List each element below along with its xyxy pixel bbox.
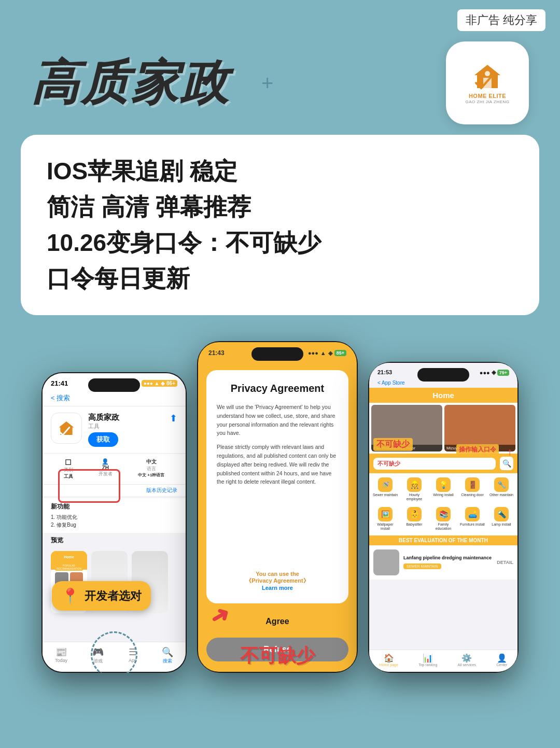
p3-services-grid: 🚿 Sewer maintain 👷 Hourly employee 💡 Wir… [369, 473, 517, 535]
p1-preview-label: 预览 [43, 533, 186, 548]
p3-ranking-icon: 📊 [418, 653, 437, 663]
plus-decoration: + [261, 72, 273, 95]
p1-highlight-box [58, 469, 120, 503]
info-line-1: IOS苹果追剧 稳定 [47, 153, 513, 189]
phone1-frame: 21:41 ●●●▲◈●●● ▲ ◈ 86+ < 搜索 高质家政 [41, 372, 187, 673]
p3-sewer-icon: 🚿 [378, 477, 393, 492]
p3-lamp-icon: 🔦 [494, 507, 509, 521]
p1-time: 21:41 [51, 379, 68, 387]
p3-eval-thumb [373, 549, 399, 575]
p3-all-services-icon: ⚙️ [458, 653, 476, 663]
app-title: 高质家政 [31, 51, 230, 115]
info-box: IOS苹果追剧 稳定 简洁 高清 弹幕推荐 10.26变身口令：不可缺少 口令每… [21, 135, 539, 315]
p2-time: 21:43 [208, 349, 225, 357]
p2-privacy-text: We will use the 'Privacy Agreement' to h… [217, 403, 338, 562]
p3-status-icons: ●●●◈ 79+ [480, 369, 509, 376]
p3-wiring-icon: 💡 [436, 477, 451, 492]
p3-eval-item: Lanfang pipeline dredging maintenance SE… [369, 545, 517, 580]
p1-developer-badge: 📍 开发者选对 [52, 581, 151, 611]
p3-service-babysitter[interactable]: 👶 Babysitter [400, 505, 428, 533]
info-line-3: 10.26变身口令：不可缺少 [47, 225, 513, 261]
p1-status-bar: 21:41 ●●●▲◈●●● ▲ ◈ 86+ [43, 373, 186, 390]
app-icon-subname: GAO ZHI JIA ZHENG [466, 100, 510, 104]
phone3-frame: 21:53 ●●●◈ 79+ < App Store Home Pao Prof… [368, 362, 519, 673]
p1-app-icon [51, 413, 82, 444]
p1-lang-label: 语言 [138, 465, 164, 472]
p1-status-icons: ●●●▲◈●●● ▲ ◈ 86+ [115, 380, 177, 387]
p3-wallpaper-icon: 🖼️ [378, 507, 393, 521]
p3-family-ed-icon: 📚 [436, 507, 451, 521]
p1-back-btn[interactable]: < 搜索 [51, 393, 70, 403]
app-icon-container: HOME ELITE GAO ZHI JIA ZHENG [446, 41, 529, 124]
svg-point-2 [485, 71, 490, 76]
p1-nav-today[interactable]: 📰 Today [55, 646, 67, 665]
p3-time: 21:53 [377, 369, 392, 376]
header-section: 高质家政 + HOME ELITE GAO ZHI JIA ZHENG [0, 36, 560, 135]
p2-status-icons: ●●●▲◈ 85+ [308, 349, 346, 357]
p1-today-icon: 📰 [55, 646, 67, 658]
p2-privacy-link: You can use the 《Privacy Agreement》 Lear… [217, 571, 338, 591]
p3-service-hourly[interactable]: 👷 Hourly employee [400, 475, 428, 504]
top-label: 非广告 纯分享 [457, 9, 545, 31]
p3-nav-home[interactable]: 🏠 Home page [380, 653, 398, 667]
top-bar: 非广告 纯分享 [0, 0, 560, 36]
p1-share-icon[interactable]: ⬆ [170, 413, 177, 424]
p3-eval-detail: Lanfang pipeline dredging maintenance SE… [403, 555, 493, 570]
p1-battery: ●●● ▲ ◈ 86+ [142, 380, 177, 387]
p3-detail-btn[interactable]: DETAIL [497, 560, 513, 565]
p3-hourly-icon: 👷 [407, 477, 422, 492]
p3-appstore-link[interactable]: < App Store [369, 378, 517, 388]
p3-service-family-ed[interactable]: 📚 Family education [429, 505, 457, 533]
p1-nav-apps[interactable]: ☰ App [129, 646, 137, 665]
p3-status-bar: 21:53 ●●●◈ 79+ [369, 363, 517, 378]
p1-bottom-nav: 📰 Today 🎮 游戏 ☰ App 🔍 搜索 [43, 642, 186, 672]
p1-nav-games[interactable]: 🎮 游戏 [92, 646, 104, 665]
p3-home-page-icon: 🏠 [380, 653, 398, 663]
p3-babysitter-icon: 👶 [407, 507, 422, 521]
p3-service-other[interactable]: 🔧 Other maintain [487, 475, 515, 504]
p2-content: Privacy Agreement We will use the 'Priva… [198, 360, 357, 603]
p3-nav-all-services[interactable]: ⚙️ All services [458, 653, 476, 667]
p1-nav-search[interactable]: 🔍 搜索 [162, 646, 173, 665]
p3-cleaning-icon: 🚪 [465, 477, 480, 492]
phone2-frame: 21:43 ●●●▲◈ 85+ Privacy Agreement We wil… [197, 341, 358, 673]
info-line-4: 口令每日更新 [47, 261, 513, 297]
p1-app-info: 高质家政 工具 获取 ⬆ [43, 406, 186, 453]
p3-service-cleaning[interactable]: 🚪 Cleaning door [458, 475, 486, 504]
info-line-2: 简洁 高清 弹幕推荐 [47, 189, 513, 225]
p3-service-wiring[interactable]: 💡 Wiring install [429, 475, 457, 504]
p1-get-button[interactable]: 获取 [88, 432, 118, 447]
p1-app-name: 高质家政 [88, 413, 163, 422]
p2-bottom-annotation: 不可缺少 [240, 643, 315, 669]
p2-privacy-title: Privacy Agreement [217, 383, 338, 394]
p3-home-title: Home [369, 388, 517, 403]
p3-search-area: 不可缺少 🔍 操作输入口令 [369, 454, 517, 473]
p1-games-icon: 🎮 [92, 646, 104, 658]
phone1-screen: 21:41 ●●●▲◈●●● ▲ ◈ 86+ < 搜索 高质家政 [43, 373, 186, 672]
p3-service-wallpaper[interactable]: 🖼️ Wallpaper install [371, 505, 399, 533]
p3-service-lamp[interactable]: 🔦 Lamp install [487, 505, 515, 533]
p2-status-bar: 21:43 ●●●▲◈ 85+ [198, 342, 357, 360]
p1-app-details: 高质家政 工具 获取 [88, 413, 163, 447]
p1-nav: < 搜索 [43, 390, 186, 406]
phones-section: 21:41 ●●●▲◈●●● ▲ ◈ 86+ < 搜索 高质家政 [0, 331, 560, 704]
p3-search-input[interactable]: 不可缺少 [373, 458, 496, 470]
p3-service-sewer[interactable]: 🚿 Sewer maintain [371, 475, 399, 504]
developer-pin-icon: 📍 [61, 587, 79, 604]
p3-other-icon: 🔧 [494, 477, 509, 492]
p3-overlay-annotation: 不可缺少 [373, 438, 413, 451]
p3-service-furniture[interactable]: 🛋️ Furniture install [458, 505, 486, 533]
p3-best-eval-title: BEST EVALUATION OF THE MONTH [369, 535, 517, 545]
p1-search-icon: 🔍 [162, 646, 173, 658]
p3-bottom-nav: 🏠 Home page 📊 Top ranking ⚙️ All service… [369, 650, 517, 672]
p3-caozuo-label: 操作输入口令 [456, 444, 499, 455]
p3-center-icon: 👤 [496, 653, 507, 663]
p1-apps-icon: ☰ [129, 646, 137, 658]
p3-nav-center[interactable]: 👤 Center [496, 653, 507, 667]
p3-search-icon[interactable]: 🔍 [500, 457, 513, 470]
phone3-screen: 21:53 ●●●◈ 79+ < App Store Home Pao Prof… [369, 363, 517, 672]
p3-furniture-icon: 🛋️ [465, 507, 480, 521]
p3-nav-ranking[interactable]: 📊 Top ranking [418, 653, 437, 667]
p1-new-features: 新功能 1. 功能优化 2. 修复Bug [43, 498, 186, 533]
p1-language-item: 中文 语言 中文 +1种语言 [138, 458, 164, 480]
